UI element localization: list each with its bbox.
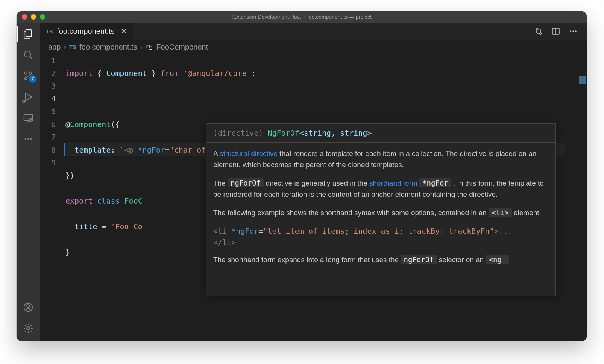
svg-point-16 [540, 33, 542, 35]
explorer-icon[interactable] [22, 28, 34, 40]
breadcrumb-folder[interactable]: app [48, 43, 61, 51]
svg-point-11 [30, 138, 32, 140]
editor-area: TS foo.component.ts ✕ app [40, 23, 587, 341]
run-debug-icon[interactable] [22, 91, 34, 103]
tab-foo-component[interactable]: TS foo.component.ts ✕ [40, 23, 134, 40]
svg-point-15 [536, 28, 538, 30]
split-editor-icon[interactable] [551, 27, 560, 36]
svg-point-1 [24, 51, 30, 57]
tab-filename: foo.component.ts [57, 27, 114, 36]
source-control-icon[interactable]: 7 [22, 70, 34, 82]
search-icon[interactable] [22, 49, 34, 61]
class-symbol-icon [146, 43, 153, 51]
close-window-button[interactable] [22, 14, 27, 20]
svg-rect-0 [26, 30, 32, 37]
breadcrumb-symbol[interactable]: FooComponent [156, 43, 208, 51]
breadcrumb[interactable]: app › TS foo.component.ts › FooComponent [40, 40, 587, 54]
ts-file-icon: TS [46, 28, 53, 35]
workbench: 7 TS foo.compo [17, 23, 587, 341]
compare-changes-icon[interactable] [534, 27, 543, 36]
minimap-highlight [579, 76, 586, 84]
vscode-window: [Extension Development Host] - foo.compo… [17, 11, 587, 341]
svg-point-18 [570, 30, 571, 32]
chevron-right-icon: › [64, 43, 66, 51]
editor-actions [534, 23, 587, 40]
window-title: [Extension Development Host] - foo.compo… [17, 14, 587, 20]
traffic-lights [17, 14, 45, 20]
accounts-icon[interactable] [22, 301, 34, 313]
tab-bar: TS foo.component.ts ✕ [40, 23, 587, 40]
svg-point-20 [575, 30, 577, 32]
hover-tooltip[interactable]: (directive) NgForOf<string, string> A st… [206, 123, 556, 296]
zoom-window-button[interactable] [40, 14, 45, 20]
svg-point-9 [24, 138, 26, 140]
scm-badge: 7 [29, 75, 36, 83]
hover-signature: (directive) NgForOf<string, string> [206, 124, 555, 143]
breadcrumb-file[interactable]: foo.component.ts [79, 43, 137, 51]
titlebar: [Extension Development Host] - foo.compo… [17, 11, 587, 23]
activity-bar: 7 [17, 23, 40, 341]
settings-gear-icon[interactable] [22, 322, 34, 334]
minimap[interactable] [565, 54, 587, 341]
svg-point-14 [27, 327, 30, 330]
more-actions-icon[interactable] [569, 27, 578, 36]
shorthand-form-link[interactable]: shorthand form [369, 179, 417, 187]
more-icon[interactable] [22, 133, 34, 145]
svg-point-10 [27, 138, 29, 140]
ts-file-icon: TS [69, 44, 76, 50]
svg-point-19 [572, 30, 574, 32]
structural-directive-link[interactable]: structural directive [220, 150, 278, 157]
close-tab-icon[interactable]: ✕ [121, 27, 127, 36]
minimize-window-button[interactable] [31, 14, 36, 20]
svg-point-6 [23, 100, 25, 103]
chevron-right-icon: › [140, 43, 143, 51]
line-gutter: 123 456 789 [40, 54, 65, 341]
remote-explorer-icon[interactable] [22, 112, 34, 124]
hover-body[interactable]: A structural directive that renders a te… [206, 143, 555, 279]
svg-point-2 [29, 72, 32, 74]
svg-point-13 [27, 305, 30, 308]
svg-point-3 [25, 72, 27, 74]
svg-point-4 [25, 77, 27, 80]
